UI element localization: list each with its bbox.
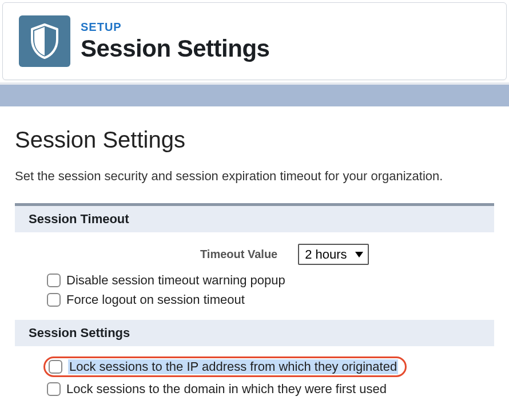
force-logout-row: Force logout on session timeout xyxy=(15,290,494,310)
page-title: Session Settings xyxy=(15,127,494,153)
lock-domain-row: Lock sessions to the domain in which the… xyxy=(15,379,494,399)
force-logout-checkbox[interactable] xyxy=(47,293,61,307)
timeout-value-select[interactable]: 2 hours xyxy=(298,244,369,265)
lock-ip-checkbox[interactable] xyxy=(49,360,62,374)
header-title: Session Settings xyxy=(81,35,269,62)
decorative-banner xyxy=(0,82,509,106)
disable-popup-checkbox[interactable] xyxy=(47,274,61,287)
force-logout-label: Force logout on session timeout xyxy=(66,292,245,307)
lock-domain-checkbox[interactable] xyxy=(47,382,61,396)
setup-header: SETUP Session Settings xyxy=(2,2,507,80)
page-description: Set the session security and session exp… xyxy=(15,169,494,184)
timeout-value-row: Timeout Value 2 hours xyxy=(15,237,494,271)
settings-panel: Session Timeout Timeout Value 2 hours Di… xyxy=(15,203,494,399)
disable-popup-row: Disable session timeout warning popup xyxy=(15,271,494,290)
section-heading-session: Session Settings xyxy=(15,320,494,346)
section-heading-timeout: Session Timeout xyxy=(15,206,494,232)
lock-ip-row: Lock sessions to the IP address from whi… xyxy=(15,354,494,379)
lock-domain-label: Lock sessions to the domain in which the… xyxy=(66,382,387,397)
lock-ip-label: Lock sessions to the IP address from whi… xyxy=(68,359,398,374)
shield-icon xyxy=(19,15,70,67)
timeout-value-label: Timeout Value xyxy=(200,248,277,261)
lock-ip-highlight: Lock sessions to the IP address from whi… xyxy=(43,356,407,377)
header-text: SETUP Session Settings xyxy=(81,21,269,62)
header-eyebrow: SETUP xyxy=(81,21,269,34)
disable-popup-label: Disable session timeout warning popup xyxy=(66,273,285,288)
